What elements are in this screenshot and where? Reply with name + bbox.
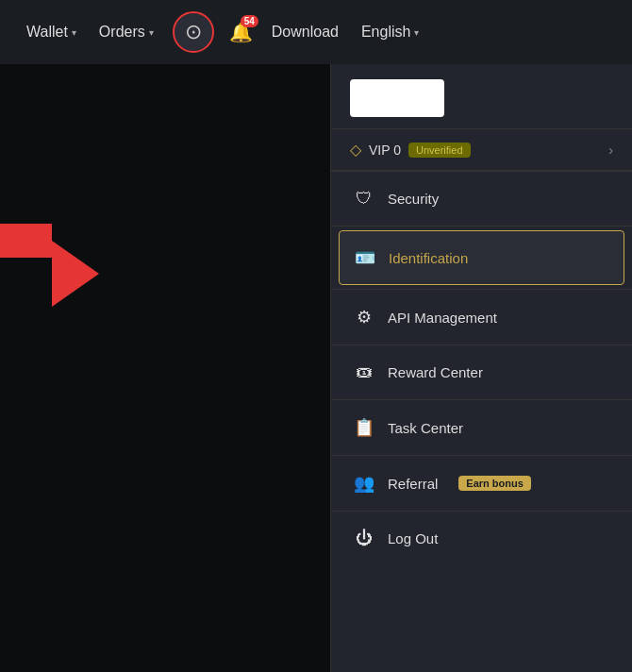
menu-item-identification[interactable]: 🪪 Identification [339, 230, 624, 285]
profile-button[interactable]: ⊙ [173, 11, 214, 53]
vip-chevron-icon[interactable]: › [608, 143, 613, 158]
divider-2 [331, 226, 632, 227]
api-icon: ⚙ [354, 307, 374, 328]
logout-icon: ⏻ [354, 529, 374, 548]
api-management-label: API Management [388, 310, 497, 326]
wallet-nav[interactable]: Wallet ▾ [15, 16, 88, 48]
menu-item-referral[interactable]: 👥 Referral Earn bonus [331, 456, 632, 511]
arrow-annotation [52, 241, 99, 311]
reward-center-label: Reward Center [388, 364, 483, 380]
download-nav[interactable]: Download [260, 16, 350, 48]
identification-label: Identification [389, 250, 468, 266]
user-section [331, 64, 632, 129]
notifications-button[interactable]: 🔔 54 [222, 13, 260, 51]
menu-item-log-out[interactable]: ⏻ Log Out [331, 512, 632, 565]
referral-label: Referral [388, 476, 438, 492]
menu-item-task-center[interactable]: 📋 Task Center [331, 400, 632, 455]
task-icon: 📋 [354, 417, 374, 438]
language-label: English [361, 24, 410, 41]
profile-icon: ⊙ [185, 20, 202, 44]
download-label: Download [272, 24, 339, 41]
task-center-label: Task Center [388, 420, 463, 436]
menu-item-reward-center[interactable]: 🎟 Reward Center [331, 345, 632, 399]
header: Wallet ▾ Orders ▾ ⊙ 🔔 54 Download Englis… [0, 0, 632, 64]
vip-section[interactable]: ◇ VIP 0 Unverified › [331, 129, 632, 171]
menu-item-security[interactable]: 🛡 Security [331, 172, 632, 226]
user-dropdown-menu: ◇ VIP 0 Unverified › 🛡 Security 🪪 Identi… [330, 64, 632, 672]
referral-icon: 👥 [354, 473, 374, 494]
earn-bonus-badge: Earn bonus [458, 476, 531, 491]
user-avatar [350, 79, 444, 117]
security-label: Security [388, 191, 439, 207]
orders-nav[interactable]: Orders ▾ [88, 16, 165, 48]
orders-chevron-icon: ▾ [149, 27, 154, 38]
orders-label: Orders [99, 24, 145, 41]
dark-overlay [0, 64, 330, 672]
id-card-icon: 🪪 [355, 247, 375, 268]
language-chevron-icon: ▾ [414, 27, 419, 38]
log-out-label: Log Out [388, 530, 438, 546]
verification-badge: Unverified [408, 143, 471, 158]
vip-level: VIP 0 [369, 143, 401, 158]
menu-item-api-management[interactable]: ⚙ API Management [331, 290, 632, 344]
diamond-icon: ◇ [350, 141, 361, 159]
notification-badge: 54 [241, 15, 258, 27]
shield-icon: 🛡 [354, 189, 374, 209]
reward-icon: 🎟 [354, 362, 374, 382]
language-nav[interactable]: English ▾ [350, 16, 430, 48]
wallet-chevron-icon: ▾ [72, 27, 76, 38]
wallet-label: Wallet [26, 24, 68, 41]
